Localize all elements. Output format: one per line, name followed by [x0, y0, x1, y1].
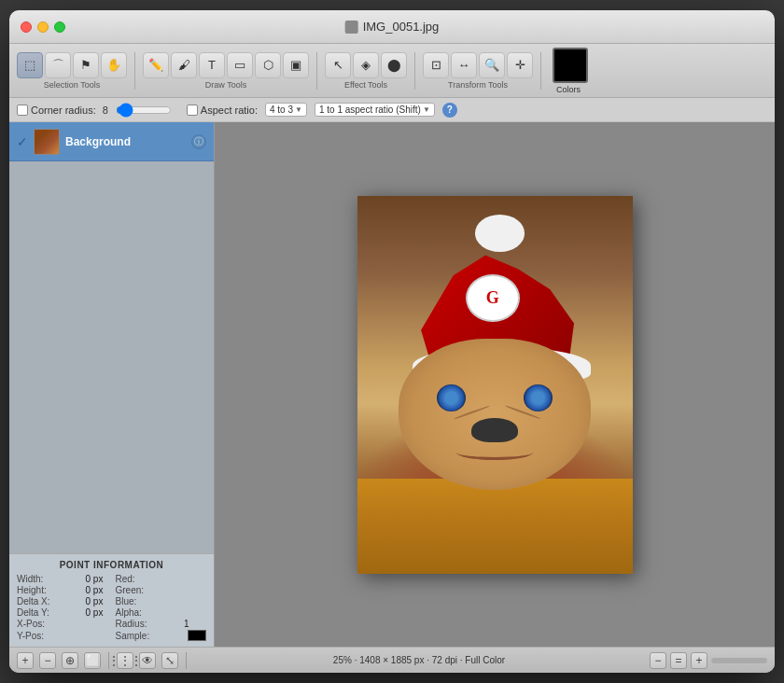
alpha-row: Alpha:: [116, 607, 207, 618]
constraint-arrow-icon: ▼: [423, 105, 430, 114]
move-tool-button[interactable]: ✛: [507, 52, 533, 78]
title-label: IMG_0051.jpg: [363, 20, 440, 34]
view-mode-button[interactable]: ⋮⋮⋮: [117, 652, 133, 669]
radius-row: Radius: 1: [116, 619, 207, 629]
radius-value: 1: [184, 619, 206, 629]
corner-radius-checkbox[interactable]: [17, 105, 28, 116]
height-value: 0 px: [86, 585, 108, 595]
selection-tools-group: ⬚ ⌒ ⚑ ✋ Selection Tools: [17, 52, 127, 90]
separator-3: [414, 52, 415, 90]
transform1-tool-button[interactable]: ↔: [451, 52, 477, 78]
help-button[interactable]: ?: [442, 103, 457, 118]
zoom-tool-button[interactable]: 🔍: [479, 52, 505, 78]
main-window: IMG_0051.jpg ⬚ ⌒ ⚑ ✋ Selection Tools ✏️ …: [9, 10, 775, 673]
effect-tools-group: ↖ ◈ ⬤ Effect Tools: [325, 52, 407, 90]
add-layer-button[interactable]: +: [17, 652, 34, 669]
transform-button[interactable]: ⤡: [161, 652, 178, 669]
maximize-button[interactable]: [54, 21, 65, 33]
blue-label: Blue:: [116, 596, 137, 606]
colors-label: Colors: [556, 85, 581, 94]
title-bar: IMG_0051.jpg: [9, 10, 775, 44]
alpha-label: Alpha:: [116, 607, 142, 618]
crop-tool-button[interactable]: ⊡: [423, 52, 449, 78]
layer-thumbnail: [34, 129, 60, 155]
eye-button[interactable]: 👁: [139, 652, 156, 669]
text-tool-button[interactable]: T: [199, 52, 225, 78]
red-label: Red:: [116, 574, 135, 584]
zoom-out-button[interactable]: −: [650, 652, 666, 669]
delta-y-row: Delta Y: 0 px: [17, 607, 108, 618]
layer-name: Background: [65, 135, 186, 148]
pencil-tool-button[interactable]: ✏️: [143, 52, 169, 78]
zoom-slider[interactable]: [711, 658, 767, 663]
aspect-ratio-checkbox[interactable]: [187, 105, 198, 116]
marquee-tool-button[interactable]: ⬚: [17, 52, 43, 78]
options-bar: Corner radius: 8 Aspect ratio: 4 to 3 ▼ …: [9, 98, 775, 122]
layer-item[interactable]: ✓ Background ⓘ: [9, 122, 214, 161]
shape-tool-button[interactable]: ▭: [227, 52, 253, 78]
pug-face: [399, 339, 592, 490]
constraint-dropdown[interactable]: 1 to 1 aspect ratio (Shift) ▼: [315, 103, 435, 117]
minimize-button[interactable]: [37, 21, 49, 33]
pointer-tool-button[interactable]: ↖: [325, 52, 351, 78]
aspect-ratio-option: Aspect ratio:: [187, 105, 258, 116]
sidebar: ✓ Background ⓘ POINT INFORMATION Width: …: [9, 122, 215, 647]
status-bar: + − ⊕ ⬜ ⋮⋮⋮ 👁 ⤡ 25% · 1408 × 1885 px · 7…: [9, 647, 775, 673]
separator-1: [134, 52, 135, 90]
duplicate-layer-button[interactable]: ⊕: [62, 652, 78, 669]
delta-x-row: Delta X: 0 px: [17, 596, 108, 606]
transform-tools-label: Transform Tools: [448, 80, 508, 90]
hat-pompom: [475, 215, 525, 252]
sample-row: Sample:: [116, 630, 207, 641]
x-pos-label: X-Pos:: [17, 619, 45, 629]
pug-left-eye: [437, 384, 466, 411]
layer-visibility-check[interactable]: ✓: [17, 134, 28, 149]
remove-layer-button[interactable]: −: [39, 652, 56, 669]
lasso-tool-button[interactable]: ⌒: [45, 52, 71, 78]
status-sep-2: [186, 652, 187, 669]
y-pos-row: Y-Pos:: [17, 630, 108, 641]
selection-tools-label: Selection Tools: [44, 80, 100, 90]
brush-tool-button[interactable]: 🖌: [171, 52, 197, 78]
effect1-tool-button[interactable]: ◈: [353, 52, 379, 78]
corner-radius-option: Corner radius: 8: [17, 105, 108, 116]
zoom-controls: − = +: [650, 652, 767, 669]
zoom-in-button[interactable]: +: [691, 652, 707, 669]
canvas-area[interactable]: G: [215, 122, 775, 647]
close-button[interactable]: [21, 21, 32, 33]
width-value: 0 px: [86, 574, 108, 584]
effect2-tool-button[interactable]: ⬤: [381, 52, 407, 78]
draw-tools-icons: ✏️ 🖌 T ▭ ⬡ ▣: [143, 52, 309, 78]
aspect-ratio-dropdown[interactable]: 4 to 3 ▼: [265, 103, 307, 117]
draw-tools-label: Draw Tools: [205, 80, 246, 90]
sidebar-empty-area: [9, 161, 214, 553]
color-swatch[interactable]: [553, 48, 588, 83]
separator-2: [316, 52, 317, 90]
hand-tool-button[interactable]: ✋: [101, 52, 127, 78]
height-label: Height:: [17, 585, 47, 595]
delta-y-value: 0 px: [86, 607, 108, 618]
point-info-panel: POINT INFORMATION Width: 0 px Red: Heigh…: [9, 553, 214, 647]
width-label: Width:: [17, 574, 43, 584]
pug-floor: [357, 479, 633, 573]
separator-4: [540, 52, 541, 90]
dropdown-arrow-icon: ▼: [295, 105, 302, 114]
transform-tools-icons: ⊡ ↔ 🔍 ✛: [423, 52, 533, 78]
corner-radius-slider[interactable]: [116, 106, 172, 114]
zoom-fit-button[interactable]: =: [670, 652, 687, 669]
status-info-text: 25% · 1408 × 1885 px · 72 dpi · Full Col…: [194, 655, 644, 665]
wand-tool-button[interactable]: ⚑: [73, 52, 99, 78]
corner-radius-label: Corner radius:: [31, 105, 96, 116]
gradient-tool-button[interactable]: ▣: [283, 52, 309, 78]
radius-label: Radius:: [116, 619, 147, 629]
layer-options-button[interactable]: ⬜: [84, 652, 101, 669]
layer-info-button[interactable]: ⓘ: [191, 134, 206, 149]
constraint-value: 1 to 1 aspect ratio (Shift): [319, 105, 421, 115]
transform-tools-group: ⊡ ↔ 🔍 ✛ Transform Tools: [423, 52, 533, 90]
selection-tools-icons: ⬚ ⌒ ⚑ ✋: [17, 52, 127, 78]
red-row: Red:: [116, 574, 207, 584]
main-area: ✓ Background ⓘ POINT INFORMATION Width: …: [9, 122, 775, 647]
fill-tool-button[interactable]: ⬡: [255, 52, 281, 78]
point-info-title: POINT INFORMATION: [17, 560, 206, 570]
pug-image: G: [357, 196, 633, 574]
